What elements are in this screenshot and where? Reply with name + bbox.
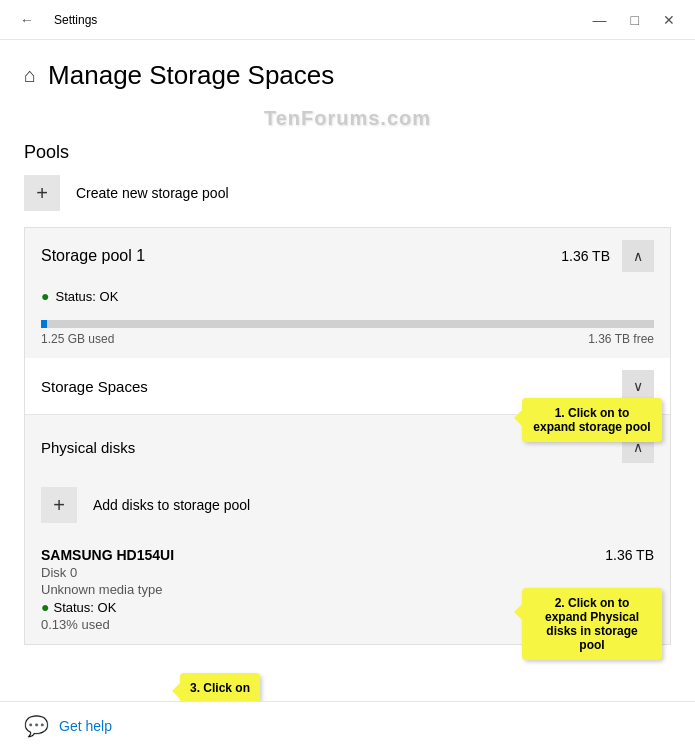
disk-name: SAMSUNG HD154UI xyxy=(41,547,174,563)
main-content: ⌂ Manage Storage Spaces TenForums.com Po… xyxy=(0,40,695,701)
pool-size: 1.36 TB xyxy=(561,248,610,264)
page-title: Manage Storage Spaces xyxy=(48,60,334,91)
get-help-link[interactable]: Get help xyxy=(59,718,112,734)
minimize-button[interactable]: — xyxy=(585,10,615,30)
pool-name: Storage pool 1 xyxy=(41,247,561,265)
progress-bar-fill xyxy=(41,320,47,328)
create-pool-row: + Create new storage pool xyxy=(24,175,671,211)
titlebar-title: Settings xyxy=(54,13,97,27)
pool-expand-button[interactable]: ∧ xyxy=(622,240,654,272)
callout-3: 3. Click on xyxy=(180,673,260,701)
storage-spaces-title: Storage Spaces xyxy=(41,378,622,395)
pool-status: ● Status: OK xyxy=(25,284,670,312)
disk-name-row: SAMSUNG HD154UI 1.36 TB xyxy=(41,547,654,563)
add-disks-label: Add disks to storage pool xyxy=(93,497,250,513)
create-pool-label: Create new storage pool xyxy=(76,185,229,201)
help-icon: 💬 xyxy=(24,714,49,738)
page-header: ⌂ Manage Storage Spaces xyxy=(24,40,671,107)
progress-container: 1.25 GB used 1.36 TB free xyxy=(25,312,670,354)
maximize-button[interactable]: □ xyxy=(623,10,647,30)
titlebar-left: ← Settings xyxy=(12,10,97,30)
footer: 💬 Get help xyxy=(0,701,695,749)
progress-labels: 1.25 GB used 1.36 TB free xyxy=(41,332,654,346)
pools-section-title: Pools xyxy=(24,142,671,163)
progress-bar-background xyxy=(41,320,654,328)
used-label: 1.25 GB used xyxy=(41,332,114,346)
callout-2: 2. Click on to expand Physical disks in … xyxy=(522,588,662,660)
storage-pool-card: Storage pool 1 1.36 TB ∧ ● Status: OK 1.… xyxy=(24,227,671,645)
disk-detail1: Disk 0 xyxy=(41,565,654,580)
free-label: 1.36 TB free xyxy=(588,332,654,346)
titlebar-controls: — □ ✕ xyxy=(585,10,683,30)
disk-status-icon: ● xyxy=(41,599,49,615)
callout-1: 1. Click on to expand storage pool xyxy=(522,398,662,442)
disk-status-text: Status: OK xyxy=(53,600,116,615)
disk-size: 1.36 TB xyxy=(605,547,654,563)
close-button[interactable]: ✕ xyxy=(655,10,683,30)
add-disks-row: + Add disks to storage pool xyxy=(25,475,670,535)
add-disks-button[interactable]: + xyxy=(41,487,77,523)
pool-status-text: Status: OK xyxy=(55,289,118,304)
back-button[interactable]: ← xyxy=(12,10,42,30)
titlebar: ← Settings — □ ✕ xyxy=(0,0,695,40)
create-pool-button[interactable]: + xyxy=(24,175,60,211)
home-icon: ⌂ xyxy=(24,64,36,87)
pool-header: Storage pool 1 1.36 TB ∧ xyxy=(25,228,670,284)
watermark: TenForums.com xyxy=(24,107,671,130)
status-ok-icon: ● xyxy=(41,288,49,304)
